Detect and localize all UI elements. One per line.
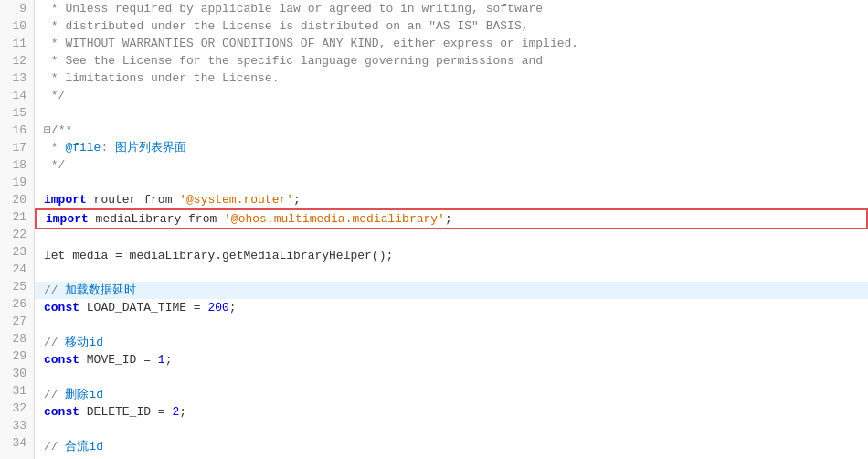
line-number: 31 (0, 382, 34, 400)
line-number: 17 (0, 139, 34, 156)
token-number: 200 (207, 299, 228, 316)
code-line (35, 368, 868, 386)
line-number: 25 (0, 278, 34, 295)
code-line: * limitations under the License. (35, 69, 868, 87)
token-number: 1 (158, 351, 165, 368)
token-kw: import (46, 210, 89, 228)
token-comment: */ (44, 87, 65, 104)
token-comment: * distributed under the License is distr… (44, 17, 529, 35)
token-comment: // (44, 438, 65, 455)
token-comment: // (44, 282, 65, 299)
token-str: '@system.router' (179, 191, 293, 208)
token-comment: */ (44, 156, 65, 174)
code-line: const MOVE_ID = 1; (35, 351, 868, 368)
line-number: 12 (0, 52, 34, 69)
line-number: 23 (0, 243, 34, 261)
code-line: let media = mediaLibrary.getMediaLibrary… (35, 247, 868, 264)
token-chinese: 加载数据延时 (65, 282, 136, 299)
code-line: import router from '@system.router'; (35, 191, 868, 208)
token-plain: ; (445, 210, 452, 228)
token-comment: * (44, 139, 65, 156)
token-plain: ; (179, 403, 186, 421)
line-number: 9 (0, 0, 34, 17)
token-annotation: @file (65, 139, 101, 156)
line-number: 32 (0, 400, 34, 417)
token-comment: // (44, 386, 65, 403)
code-line: import mediaLibrary from '@ohos.multimed… (35, 208, 868, 230)
token-fold: ⊟ (44, 122, 51, 139)
line-number: 14 (0, 87, 34, 104)
line-number: 18 (0, 156, 34, 174)
code-line: // 删除id (35, 386, 868, 403)
token-chinese: 图片列表界面 (115, 139, 186, 156)
token-comment: * WITHOUT WARRANTIES OR CONDITIONS OF AN… (44, 35, 578, 52)
token-plain: router from (87, 191, 179, 208)
code-line: * distributed under the License is distr… (35, 17, 868, 35)
token-kw: import (44, 191, 87, 208)
line-number: 29 (0, 347, 34, 365)
line-number: 30 (0, 365, 34, 382)
code-line: */ (35, 87, 868, 104)
token-str: '@ohos.multimedia.medialibrary' (224, 210, 445, 228)
token-comment: * See the License for the specific langu… (44, 52, 543, 69)
line-number: 16 (0, 122, 34, 139)
code-line: // 加载数据延时 (35, 282, 868, 299)
token-plain: mediaLibrary from (89, 210, 224, 228)
token-comment: /** (51, 122, 72, 139)
token-comment: * Unless required by applicable law or a… (44, 0, 543, 17)
line-number: 24 (0, 261, 34, 278)
line-number: 26 (0, 295, 34, 313)
code-line: * Unless required by applicable law or a… (35, 0, 868, 17)
code-line: ⊟/** (35, 122, 868, 139)
code-line: // 移动id (35, 334, 868, 351)
line-number: 20 (0, 191, 34, 208)
line-number: 11 (0, 35, 34, 52)
line-number: 28 (0, 330, 34, 347)
code-line (35, 174, 868, 191)
line-number: 10 (0, 17, 34, 35)
code-line: const LOAD_DATA_TIME = 200; (35, 299, 868, 316)
token-kw: const (44, 351, 79, 368)
code-line: const DELETE_ID = 2; (35, 403, 868, 421)
code-line (35, 316, 868, 334)
code-line (35, 104, 868, 122)
token-comment: : (101, 139, 115, 156)
token-kw: const (44, 403, 79, 421)
code-line: * WITHOUT WARRANTIES OR CONDITIONS OF AN… (35, 35, 868, 52)
token-chinese: 移动id (65, 334, 103, 351)
token-plain: ; (165, 351, 173, 368)
token-chinese: 合流id (65, 438, 103, 455)
line-number: 19 (0, 174, 34, 191)
token-plain: ; (229, 299, 237, 316)
line-number: 27 (0, 313, 34, 330)
token-kw: const (44, 299, 79, 316)
token-plain: ; (293, 191, 301, 208)
code-line: * See the License for the specific langu… (35, 52, 868, 69)
token-plain: let media = mediaLibrary.getMediaLibrary… (44, 247, 393, 264)
token-comment: * limitations under the License. (44, 69, 279, 87)
code-line: */ (35, 156, 868, 174)
code-line: * @file: 图片列表界面 (35, 139, 868, 156)
code-content[interactable]: * Unless required by applicable law or a… (35, 0, 868, 459)
token-number: 2 (172, 403, 179, 421)
line-number: 34 (0, 434, 34, 452)
code-line (35, 230, 868, 247)
token-plain: DELETE_ID = (79, 403, 172, 421)
token-plain: LOAD_DATA_TIME = (79, 299, 207, 316)
line-number: 15 (0, 104, 34, 122)
code-line (35, 421, 868, 438)
line-number: 21 (0, 208, 34, 226)
line-number: 33 (0, 417, 34, 434)
line-number: 13 (0, 69, 34, 87)
code-line: // 合流id (35, 438, 868, 455)
token-comment: // (44, 334, 65, 351)
token-chinese: 删除id (65, 386, 103, 403)
line-number: 22 (0, 226, 34, 243)
code-editor: 9101112131415161718192021222324252627282… (0, 0, 868, 459)
token-plain: MOVE_ID = (79, 351, 158, 368)
code-line (35, 264, 868, 282)
line-numbers: 9101112131415161718192021222324252627282… (0, 0, 35, 459)
